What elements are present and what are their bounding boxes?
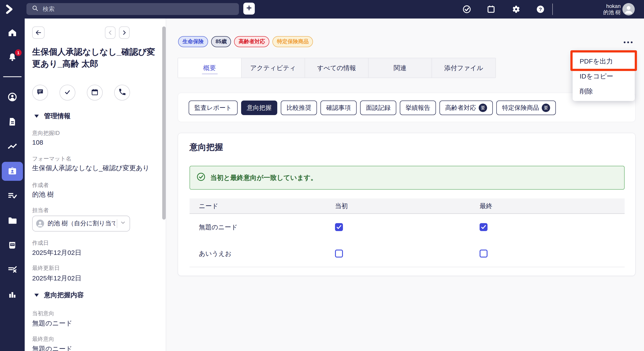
checkbox-final[interactable] [480, 223, 488, 231]
search-input[interactable] [43, 6, 234, 12]
badge-elderly: 高齢者対応 [234, 36, 270, 47]
help-icon[interactable]: ? [536, 5, 545, 14]
tab-activity[interactable]: アクティビティ [242, 58, 305, 78]
confirmation-items-button[interactable]: 確認事項 [320, 101, 356, 115]
badge-specified-product: 特定保険商品 [273, 36, 313, 47]
table-row: あいうえお [190, 240, 624, 267]
specified-product-button[interactable]: 特定保険商品要 [496, 101, 556, 115]
back-button[interactable] [32, 27, 44, 39]
section-intent-content[interactable]: 意向把握内容 [34, 291, 84, 299]
intent-capture-button[interactable]: 意向把握 [241, 101, 277, 115]
create-new-button[interactable] [243, 3, 255, 15]
sidebar-divider [3, 76, 22, 77]
performance-report-button[interactable]: 挙績報告 [400, 101, 436, 115]
section-buttons-row: 監査レポート 意向把握 比較推奨 確認事項 面談記録 挙績報告 高齢者対応要 特… [189, 101, 556, 115]
record-badges: 生命保険 85歳 高齢者対応 特定保険商品 [178, 36, 313, 47]
previous-record-button[interactable] [105, 27, 116, 39]
statistics-bar-chart-icon[interactable] [7, 289, 18, 300]
field-label: 最終更新日 [32, 265, 60, 272]
settings-gear-icon[interactable] [511, 5, 520, 14]
field-label: 作成者 [32, 182, 49, 189]
analytics-trend-icon[interactable] [7, 141, 18, 152]
notification-count-badge: 1 [15, 49, 22, 56]
org-name: hokan [581, 3, 621, 9]
field-label: 当初意向 [32, 310, 54, 317]
app-window: ? hokan 的池 樹 1 [0, 0, 644, 351]
alert-message: 当初と最終意向が一致しています。 [210, 174, 317, 182]
section-admin-info[interactable]: 管理情報 [34, 112, 70, 120]
check-icon [63, 88, 72, 98]
menu-item-copy-id[interactable]: IDをコピー [572, 69, 635, 84]
menu-item-export-pdf[interactable]: PDFを出力 [572, 54, 635, 69]
tab-related[interactable]: 関連 [368, 58, 432, 78]
field-label: 意向把握ID [32, 130, 60, 137]
documents-icon[interactable] [7, 116, 18, 127]
record-tabs: 概要 アクティビティ すべての情報 関連 添付ファイル [178, 58, 496, 78]
need-label: あいうえお [190, 249, 335, 258]
tab-all-info[interactable]: すべての情報 [305, 58, 368, 78]
global-search[interactable] [26, 3, 239, 15]
table-header-row: ニード 当初 最終 [190, 198, 624, 214]
plus-icon [246, 5, 252, 13]
assignee-avatar [36, 220, 44, 227]
field-label: 作成日 [32, 239, 49, 247]
menu-item-delete[interactable]: 削除 [572, 84, 635, 99]
field-label: フォーマット名 [32, 155, 72, 163]
needs-table: ニード 当初 最終 無題のニード あいうえお [190, 198, 624, 267]
complete-action-button[interactable] [60, 85, 76, 101]
field-label: 担当者 [32, 207, 49, 214]
column-header-initial: 当初 [335, 202, 480, 210]
field-value: 108 [32, 138, 43, 146]
section-buttons-card: 監査レポート 意向把握 比較推奨 確認事項 面談記録 挙績報告 高齢者対応要 特… [178, 93, 636, 122]
badge-age: 85歳 [211, 36, 231, 47]
check-circle-icon [196, 172, 206, 183]
column-header-final: 最終 [480, 202, 624, 210]
field-value: 無題のニード [32, 319, 72, 328]
interview-record-button[interactable]: 面談記録 [360, 101, 396, 115]
record-title: 生保個人承認なしなし_確認び変更あり_高齢 太郎 [32, 46, 156, 70]
checkbox-final[interactable] [480, 250, 488, 257]
contacts-person-icon[interactable] [7, 92, 18, 102]
next-record-button[interactable] [119, 27, 130, 39]
rules-list-x-icon[interactable] [7, 264, 18, 275]
schedule-action-button[interactable] [87, 85, 103, 101]
checkbox-initial[interactable] [335, 223, 343, 231]
collapse-triangle-icon [34, 294, 39, 297]
assignee-value: 的池 樹（自分に割り当て） [48, 220, 115, 227]
record-detail-panel: 生保個人承認なしなし_確認び変更あり_高齢 太郎 管理情報 意向把握ID 108… [25, 19, 166, 351]
tasks-check-circle-icon[interactable] [462, 5, 472, 14]
intent-capture-card: 意向把握 当初と最終意向が一致しています。 ニード 当初 最終 無題のニード [178, 133, 636, 276]
more-options-button[interactable] [622, 39, 635, 46]
svg-text:?: ? [539, 7, 542, 12]
assignee-select[interactable]: 的池 樹（自分に割り当て） [32, 216, 130, 231]
chat-icon [36, 88, 44, 98]
reports-receipt-icon[interactable] [7, 240, 18, 250]
required-chip: 要 [479, 104, 487, 112]
field-value: 生保個人承認なしなし_確認び変更あり [32, 164, 161, 172]
chevron-down-icon [120, 220, 126, 227]
home-icon[interactable] [7, 27, 18, 38]
search-icon [32, 5, 38, 13]
call-action-button[interactable] [114, 85, 130, 101]
comment-action-button[interactable] [32, 85, 48, 101]
sidebar-item-intent-records-active[interactable] [2, 162, 23, 181]
elderly-support-button[interactable]: 高齢者対応要 [440, 101, 493, 115]
field-value: 無題のニード [32, 345, 72, 351]
left-icon-sidebar: 1 [0, 19, 25, 351]
checkbox-initial[interactable] [335, 250, 343, 257]
app-logo-icon[interactable] [4, 4, 15, 15]
calendar-icon [90, 88, 99, 98]
audit-report-button[interactable]: 監査レポート [189, 101, 238, 115]
folders-icon[interactable] [7, 215, 18, 226]
table-row: 無題のニード [190, 214, 624, 240]
need-label: 無題のニード [190, 223, 335, 231]
comparison-recommendation-button[interactable]: 比較推奨 [281, 101, 317, 115]
user-avatar[interactable] [622, 3, 635, 16]
calendar-icon[interactable] [486, 5, 496, 14]
panel-scrollbar-thumb[interactable] [162, 27, 166, 220]
top-navigation-bar: ? hokan 的池 樹 [0, 0, 644, 19]
required-chip: 要 [542, 104, 550, 112]
tasks-list-check-icon[interactable] [7, 190, 18, 201]
tab-overview[interactable]: 概要 [178, 58, 242, 78]
tab-attachments[interactable]: 添付ファイル [432, 58, 496, 78]
